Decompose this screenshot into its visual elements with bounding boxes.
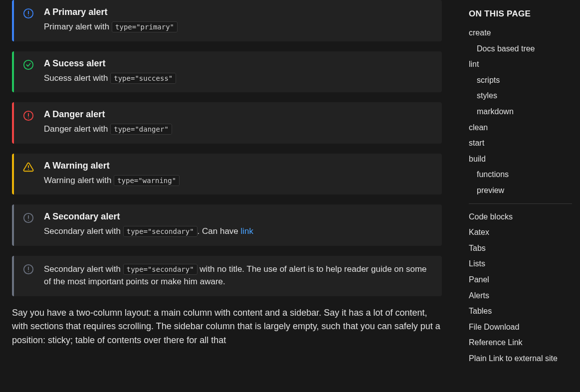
alert-code: type="danger" <box>110 124 172 135</box>
alert-description: Primary alert with type="primary" <box>44 20 432 33</box>
toc-link[interactable]: Tabs <box>469 240 572 256</box>
alert-success: A Sucess alertSucess alert with type="su… <box>12 51 442 93</box>
info-circle-icon <box>23 264 34 275</box>
alert-inline-link[interactable]: link <box>241 226 254 236</box>
alert-description: Danger alert with type="danger" <box>44 123 432 136</box>
toc-item: functions <box>469 167 572 183</box>
toc-item: Reference Link <box>469 335 572 351</box>
toc-item: preview <box>469 183 572 198</box>
toc-link[interactable]: Reference Link <box>469 335 572 351</box>
alert-desc-prefix: Secondary alert with <box>44 264 123 274</box>
toc-item: Plain Link to external site <box>469 351 572 367</box>
alert-code: type="warning" <box>114 175 180 186</box>
alert-title: A Secondary alert <box>44 211 432 222</box>
alert-body: A Danger alertDanger alert with type="da… <box>44 109 432 136</box>
toc-link[interactable]: clean <box>469 120 572 136</box>
toc-item: File Download <box>469 319 572 335</box>
toc-item: Tabs <box>469 240 572 256</box>
check-circle-icon <box>23 59 34 70</box>
alert-code: type="success" <box>110 73 176 84</box>
alert-description: Secondary alert with type="secondary". C… <box>44 225 432 238</box>
alert-desc-prefix: Secondary alert with <box>44 226 123 236</box>
alert-secondary: Secondary alert with type="secondary" wi… <box>12 256 442 296</box>
toc-item: Alerts <box>469 288 572 304</box>
toc-heading: ON THIS PAGE <box>469 9 572 19</box>
alert-body: A Primary alertPrimary alert with type="… <box>44 7 432 33</box>
toc-item: markdown <box>469 104 572 120</box>
alert-title: A Danger alert <box>44 109 432 120</box>
toc-item: Tables <box>469 303 572 319</box>
toc-link[interactable]: functions <box>469 167 572 183</box>
alert-desc-prefix: Danger alert with <box>44 124 110 134</box>
toc-link[interactable]: Alerts <box>469 288 572 304</box>
toc-link[interactable]: markdown <box>469 104 572 120</box>
alert-circle-icon <box>23 110 34 121</box>
toc-link[interactable]: styles <box>469 88 572 104</box>
toc-link[interactable]: build <box>469 151 572 167</box>
toc-item: scripts <box>469 72 572 88</box>
toc-separator <box>469 203 572 204</box>
alert-body: A Warning alertWarning alert with type="… <box>44 161 432 187</box>
info-circle-icon <box>23 8 34 19</box>
toc-item: Docs based tree <box>469 41 572 57</box>
info-circle-icon <box>23 212 34 223</box>
alert-description: Warning alert with type="warning" <box>44 174 432 187</box>
toc-link[interactable]: scripts <box>469 72 572 88</box>
toc-link[interactable]: create <box>469 25 572 41</box>
alert-desc-prefix: Sucess alert with <box>44 73 110 83</box>
toc-nav: createDocs based treelintscriptsstylesma… <box>469 25 572 366</box>
toc-link[interactable]: Docs based tree <box>469 41 572 57</box>
alert-body: Secondary alert with type="secondary" wi… <box>44 263 432 288</box>
toc-item: start <box>469 135 572 151</box>
alert-code: type="secondary" <box>123 264 197 275</box>
alert-warning: A Warning alertWarning alert with type="… <box>12 154 442 195</box>
alert-code: type="secondary" <box>123 226 197 237</box>
alert-triangle-icon <box>23 162 34 173</box>
body-paragraph: Say you have a two-column layout: a main… <box>12 306 442 348</box>
toc-item: styles <box>469 88 572 104</box>
alert-body: A Sucess alertSucess alert with type="su… <box>44 58 432 85</box>
toc-item: build <box>469 151 572 167</box>
toc-group: Code blocksKatexTabsListsPanelAlertsTabl… <box>469 209 572 367</box>
svg-point-3 <box>24 60 33 69</box>
alert-body: A Secondary alertSecondary alert with ty… <box>44 211 432 238</box>
alert-desc-prefix: Warning alert with <box>44 176 114 185</box>
toc-item: create <box>469 25 572 41</box>
toc-link[interactable]: Tables <box>469 303 572 319</box>
alert-title: A Primary alert <box>44 7 432 17</box>
toc-link[interactable]: Panel <box>469 272 572 288</box>
alert-desc-suffix: . Can have <box>197 226 241 236</box>
on-this-page-sidebar: ON THIS PAGE createDocs based treelintsc… <box>454 0 580 392</box>
toc-item: Code blocks <box>469 209 572 225</box>
toc-link[interactable]: Code blocks <box>469 209 572 225</box>
toc-item: Katex <box>469 224 572 240</box>
toc-link[interactable]: lint <box>469 56 572 72</box>
toc-link[interactable]: start <box>469 135 572 151</box>
alert-desc-prefix: Primary alert with <box>44 22 112 31</box>
alert-title: A Sucess alert <box>44 58 432 69</box>
alert-primary: A Primary alertPrimary alert with type="… <box>12 0 442 41</box>
alerts-list: A Primary alertPrimary alert with type="… <box>12 0 442 296</box>
toc-item: lint <box>469 56 572 72</box>
alert-code: type="primary" <box>112 21 178 32</box>
alert-danger: A Danger alertDanger alert with type="da… <box>12 102 442 144</box>
toc-link[interactable]: Katex <box>469 224 572 240</box>
toc-link[interactable]: File Download <box>469 319 572 335</box>
main-content: A Primary alertPrimary alert with type="… <box>0 0 454 392</box>
toc-link[interactable]: Plain Link to external site <box>469 351 572 367</box>
toc-group: createDocs based treelintscriptsstylesma… <box>469 25 572 198</box>
toc-link[interactable]: preview <box>469 183 572 198</box>
alert-description: Secondary alert with type="secondary" wi… <box>44 263 432 288</box>
alert-title: A Warning alert <box>44 161 432 171</box>
alert-description: Sucess alert with type="success" <box>44 72 432 85</box>
toc-item: Lists <box>469 256 572 272</box>
toc-link[interactable]: Lists <box>469 256 572 272</box>
toc-item: Panel <box>469 272 572 288</box>
alert-secondary: A Secondary alertSecondary alert with ty… <box>12 204 442 246</box>
toc-item: clean <box>469 120 572 136</box>
